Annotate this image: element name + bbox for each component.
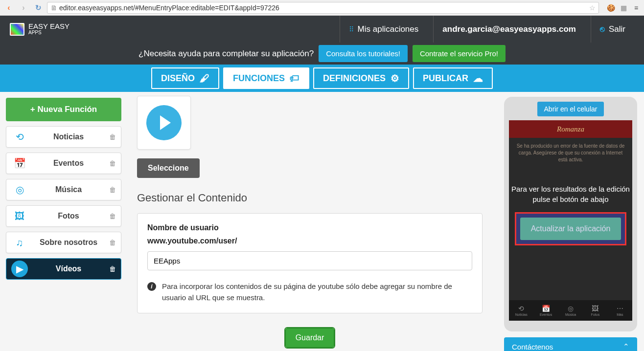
tutorials-button[interactable]: Consulta los tutoriales!: [319, 45, 408, 62]
sidebar-item-label: Sobre nosotros: [28, 238, 109, 247]
trash-icon[interactable]: 🗑: [109, 186, 116, 194]
sidebar-item-label: Fotos: [28, 212, 109, 220]
record-icon: ◎: [11, 181, 28, 198]
trash-icon[interactable]: 🗑: [109, 133, 116, 141]
more-icon: ⋯: [617, 305, 623, 312]
save-button[interactable]: Guardar: [285, 328, 335, 348]
refresh-app-button[interactable]: Actualizar la aplicación: [520, 218, 621, 240]
tab-functions-label: FUNCIONES: [233, 73, 285, 84]
contact-label: Contáctenos: [512, 343, 553, 351]
app-brand: Romanza: [509, 120, 632, 138]
menu-icon[interactable]: ≡: [631, 3, 641, 13]
brush-icon: 🖌: [200, 73, 209, 84]
phone-frame: Abrir en el celular Romanza Se ha produc…: [504, 97, 637, 331]
username-input[interactable]: [147, 251, 472, 270]
logo-text: EASY EASYAPPS: [28, 22, 69, 35]
sidebar-item-label: Eventos: [28, 159, 109, 168]
preview-panel: Abrir en el celular Romanza Se ha produc…: [497, 92, 644, 351]
trash-icon[interactable]: 🗑: [109, 265, 116, 273]
my-apps-label: Mis aplicaciones: [358, 24, 419, 34]
app-tab-mas[interactable]: ⋯Más: [608, 300, 632, 321]
help-banner: ¿Necesita ayuda para completar su aplica…: [0, 43, 644, 65]
page-icon: 🗎: [50, 4, 57, 12]
pro-button[interactable]: Contrate el servicio Pro!: [413, 45, 506, 62]
trash-icon[interactable]: 🗑: [109, 159, 116, 167]
app-tab-fotos[interactable]: 🖼Fotos: [583, 300, 607, 321]
tab-functions[interactable]: FUNCIONES 🏷: [223, 67, 309, 89]
sidebar-item-eventos[interactable]: 📅 Eventos 🗑: [6, 153, 121, 174]
url-prefix: www.youtube.com/user/: [147, 237, 472, 245]
tag-icon: 🏷: [290, 73, 299, 84]
back-button[interactable]: ‹: [3, 2, 15, 14]
section-title: Gestionar el Contenido: [137, 192, 483, 204]
note-text: Para incorporar los contenidos de su pág…: [162, 281, 472, 303]
cloud-upload-icon: ☁: [473, 72, 483, 84]
tab-publish[interactable]: PUBLICAR ☁: [413, 67, 493, 89]
main-content: Seleccione Gestionar el Contenido Nombre…: [127, 92, 497, 351]
grid-icon: ⠿: [349, 25, 354, 33]
url-text: editor.easyeasyapps.net/#MenuEntryPlace:…: [59, 4, 279, 12]
new-function-button[interactable]: + Nueva Función: [6, 98, 121, 121]
app-tab-noticias[interactable]: ⟲Noticias: [509, 300, 533, 321]
forward-button[interactable]: ›: [18, 2, 29, 14]
url-bar[interactable]: 🗎 editor.easyeasyapps.net/#MenuEntryPlac…: [47, 2, 599, 14]
sidebar-item-label: Vídeos: [28, 264, 109, 273]
app-error-text: Se ha producido un error de la fuente de…: [509, 138, 632, 168]
sidebar-item-fotos[interactable]: 🖼 Fotos 🗑: [6, 205, 121, 227]
calendar-icon: 📅: [542, 305, 550, 312]
tab-publish-label: PUBLICAR: [423, 73, 468, 84]
play-icon: ▶: [11, 261, 28, 277]
play-circle-icon: [146, 105, 182, 140]
content-form: Nombre de usuario www.youtube.com/user/ …: [137, 213, 483, 313]
logout-label: Salir: [609, 24, 625, 34]
share-icon: ⟲: [11, 129, 28, 145]
gear-icon: ⚙: [391, 72, 399, 84]
sidebar-item-sobre-nosotros[interactable]: ♫ Sobre nosotros 🗑: [6, 232, 121, 253]
reload-button[interactable]: ↻: [32, 2, 44, 14]
tab-definitions[interactable]: DEFINICIONES ⚙: [313, 67, 409, 89]
dev-icon[interactable]: ▦: [619, 3, 628, 13]
username-label: Nombre de usuario: [147, 223, 472, 232]
logout-link[interactable]: ⎋ Salir: [591, 16, 634, 43]
tab-design[interactable]: DISEÑO 🖌: [151, 67, 219, 89]
trash-icon[interactable]: 🗑: [109, 212, 116, 220]
overlay-message: Para ver los resultados de la edición pu…: [509, 184, 632, 204]
select-button[interactable]: Seleccione: [137, 158, 200, 178]
sidebar-item-noticias[interactable]: ⟲ Noticias 🗑: [6, 126, 121, 148]
record-icon: ◎: [568, 305, 574, 312]
sidebar-item-musica[interactable]: ◎ Música 🗑: [6, 179, 121, 200]
refresh-box: Actualizar la aplicación: [515, 212, 626, 245]
editor-tabs: DISEÑO 🖌 FUNCIONES 🏷 DEFINICIONES ⚙ PUBL…: [0, 65, 644, 92]
cookie-icon[interactable]: 🍪: [606, 3, 616, 13]
app-tab-eventos[interactable]: 📅Eventos: [533, 300, 558, 321]
calendar-icon: 📅: [11, 155, 28, 172]
app-tabbar: ⟲Noticias 📅Eventos ◎Música 🖼Fotos ⋯Más: [509, 300, 632, 321]
sidebar-item-label: Noticias: [28, 132, 109, 141]
tab-design-label: DISEÑO: [161, 73, 195, 84]
workspace: + Nueva Función ⟲ Noticias 🗑 📅 Eventos 🗑…: [0, 92, 644, 351]
share-icon: ⟲: [518, 305, 524, 312]
browser-chrome: ‹ › ↻ 🗎 editor.easyeasyapps.net/#MenuEnt…: [0, 0, 644, 16]
tab-definitions-label: DEFINICIONES: [323, 73, 386, 84]
bookmark-star-icon[interactable]: ☆: [589, 4, 596, 12]
sidebar-item-label: Música: [28, 185, 109, 194]
open-mobile-button[interactable]: Abrir en el celular: [537, 102, 604, 116]
music-note-icon: ♫: [11, 234, 28, 251]
form-note: i Para incorporar los contenidos de su p…: [147, 281, 472, 303]
info-icon: i: [147, 282, 156, 291]
user-email[interactable]: andre.garcia@easyeasyapps.com: [433, 16, 585, 43]
sidebar-item-videos[interactable]: ▶ Vídeos 🗑: [6, 258, 121, 280]
app-header: EASY EASYAPPS ⠿ Mis aplicaciones andre.g…: [0, 16, 644, 43]
phone-screen: Romanza Se ha producido un error de la f…: [509, 120, 632, 321]
app-tab-musica[interactable]: ◎Música: [558, 300, 583, 321]
help-question: ¿Necesita ayuda para completar su aplica…: [138, 49, 314, 59]
logo[interactable]: EASY EASYAPPS: [10, 22, 69, 35]
image-icon: 🖼: [592, 305, 598, 312]
extension-icons: 🍪 ▦ ≡: [602, 3, 641, 13]
logo-icon: [10, 23, 24, 36]
trash-icon[interactable]: 🗑: [109, 239, 116, 246]
my-apps-link[interactable]: ⠿ Mis aplicaciones: [340, 16, 428, 43]
sidebar: + Nueva Función ⟲ Noticias 🗑 📅 Eventos 🗑…: [0, 92, 127, 351]
contact-bar[interactable]: Contáctenos ⌃: [504, 337, 637, 351]
video-thumbnail[interactable]: [137, 96, 191, 150]
